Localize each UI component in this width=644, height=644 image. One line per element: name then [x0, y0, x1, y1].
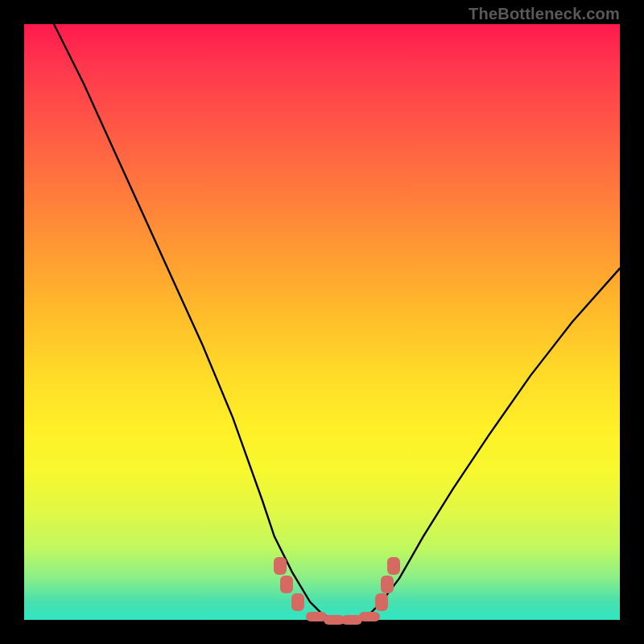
bottleneck-curve: [24, 24, 620, 620]
highlight-marker: [274, 557, 287, 575]
highlight-marker: [280, 576, 293, 593]
watermark-text: TheBottleneck.com: [469, 5, 620, 23]
highlight-marker: [375, 593, 388, 611]
highlight-marker: [359, 612, 380, 621]
chart-frame: TheBottleneck.com: [0, 0, 644, 644]
highlight-marker: [381, 576, 394, 593]
plot-area: [24, 24, 620, 620]
highlight-marker: [291, 593, 304, 611]
highlight-marker: [387, 557, 400, 575]
